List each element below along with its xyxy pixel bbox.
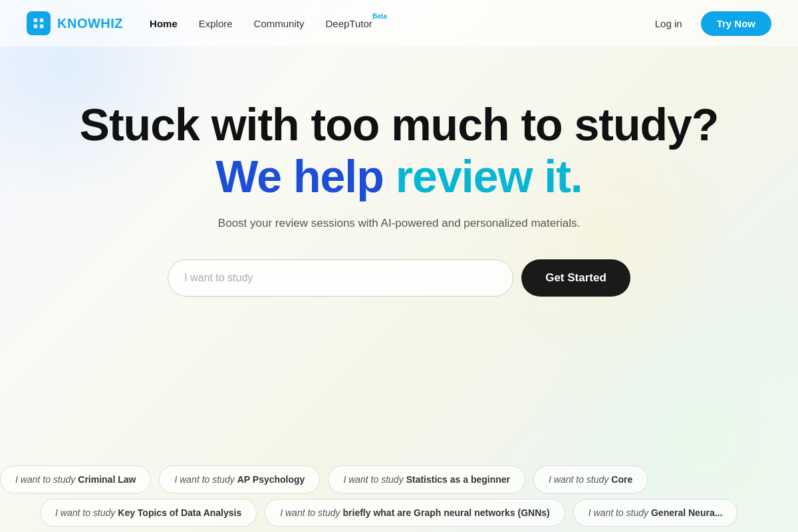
nav-right: Log in Try Now	[647, 11, 771, 36]
logo[interactable]: KNOWHIZ	[27, 11, 123, 35]
navbar: KNOWHIZ Home Explore Community DeepTutor…	[0, 0, 798, 47]
get-started-button[interactable]: Get Started	[521, 259, 630, 297]
beta-badge: Beta	[372, 13, 387, 20]
search-input[interactable]	[168, 259, 513, 297]
chip-core[interactable]: I want to study Core	[533, 466, 648, 493]
chip-general-neural[interactable]: I want to study General Neura...	[573, 499, 738, 527]
logo-icon	[27, 11, 51, 35]
logo-svg	[31, 16, 46, 31]
login-button[interactable]: Log in	[647, 13, 690, 35]
hero-subtitle: Boost your review sessions with AI-power…	[218, 217, 580, 230]
chip-gnn[interactable]: I want to study briefly what are Graph n…	[265, 499, 565, 527]
chip-data-analysis[interactable]: I want to study Key Topics of Data Analy…	[40, 499, 257, 527]
search-wrapper	[168, 259, 513, 297]
chips-row-2: I want to study Key Topics of Data Analy…	[0, 499, 798, 532]
page-wrapper: KNOWHIZ Home Explore Community DeepTutor…	[0, 0, 798, 532]
nav-item-community[interactable]: Community	[254, 18, 305, 29]
chips-row-1: I want to study Criminal Law I want to s…	[0, 466, 798, 499]
brand-name: KNOWHIZ	[57, 16, 123, 31]
chips-container: I want to study Criminal Law I want to s…	[0, 466, 798, 532]
nav-item-explore[interactable]: Explore	[199, 18, 233, 29]
hero-title-line1: Stuck with too much to study?	[80, 100, 719, 150]
chip-ap-psychology[interactable]: I want to study AP Psychology	[159, 466, 320, 493]
hero-title-line2: We help review it.	[215, 150, 582, 204]
try-now-button[interactable]: Try Now	[701, 11, 771, 36]
chip-statistics[interactable]: I want to study Statistics as a beginner	[328, 466, 525, 493]
nav-item-home[interactable]: Home	[150, 18, 178, 29]
search-row: Get Started	[168, 259, 630, 297]
hero-section: Stuck with too much to study? We help re…	[0, 47, 798, 297]
nav-item-deeptutor[interactable]: DeepTutor Beta	[325, 18, 372, 29]
nav-links: Home Explore Community DeepTutor Beta	[150, 18, 647, 29]
chip-criminal-law[interactable]: I want to study Criminal Law	[0, 466, 151, 493]
